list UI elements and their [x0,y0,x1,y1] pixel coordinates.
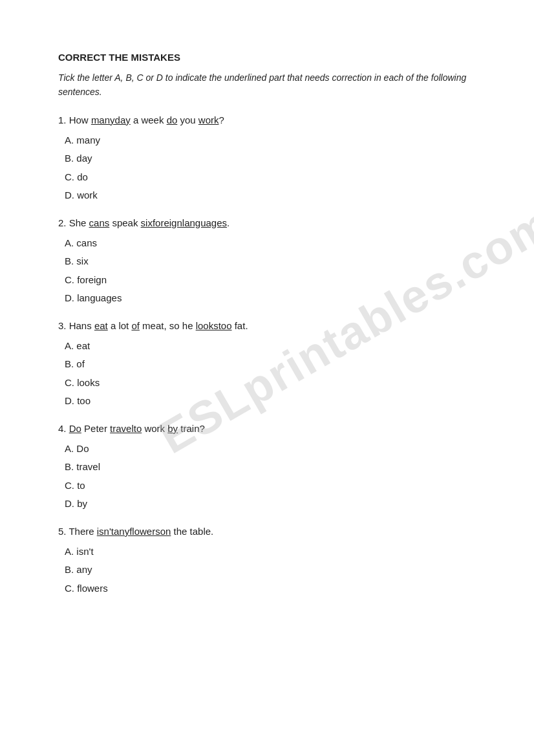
question-block-5: 5. There isn'tanyflowerson the table.A. … [58,524,476,597]
option-3-C: C. looks [65,374,476,391]
question-block-2: 2. She cans speak sixforeignlanguages.A.… [58,215,476,307]
option-2-A: A. cans [65,235,476,252]
option-1-B: B. day [65,150,476,167]
option-4-D: D. by [65,495,476,512]
option-5-B: B. any [65,561,476,578]
option-3-D: D. too [65,393,476,409]
question-text-4: 4. Do Peter travelto work by train? [58,421,476,437]
question-block-4: 4. Do Peter travelto work by train?A. Do… [58,421,476,512]
question-text-1: 1. How manyday a week do you work? [58,113,476,128]
option-4-C: C. to [65,477,476,494]
option-1-C: C. do [65,169,476,186]
question-block-1: 1. How manyday a week do you work?A. man… [58,113,476,204]
question-text-3: 3. Hans eat a lot of meat, so he looksto… [58,318,476,334]
option-1-A: A. many [65,132,476,149]
question-block-3: 3. Hans eat a lot of meat, so he looksto… [58,318,476,409]
option-2-B: B. six [65,253,476,270]
option-5-A: A. isn't [65,543,476,560]
question-text-2: 2. She cans speak sixforeignlanguages. [58,215,476,231]
option-3-B: B. of [65,356,476,373]
option-2-D: D. languages [65,290,476,307]
option-1-D: D. work [65,187,476,204]
page: ESLprintables.com CORRECT THE MISTAKES T… [0,0,534,660]
question-text-5: 5. There isn'tanyflowerson the table. [58,524,476,539]
questions-container: 1. How manyday a week do you work?A. man… [58,113,476,597]
option-4-B: B. travel [65,459,476,475]
option-3-A: A. eat [65,338,476,354]
option-2-C: C. foreign [65,272,476,288]
option-5-C: C. flowers [65,580,476,597]
page-title: CORRECT THE MISTAKES [58,52,476,63]
option-4-A: A. Do [65,440,476,457]
instructions-text: Tick the letter A, B, C or D to indicate… [58,70,476,100]
